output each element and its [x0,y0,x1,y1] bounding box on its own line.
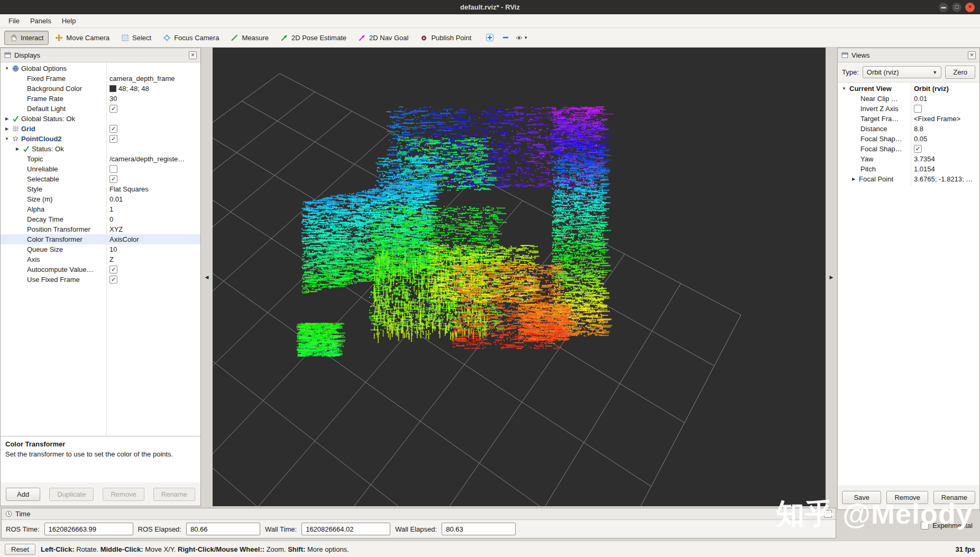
window-controls: ▬ ▢ ✕ [939,3,980,12]
view-property-row[interactable]: ▼Current ViewOrbit (rviz) [838,84,979,94]
display-property-row[interactable]: StyleFlat Squares [1,184,200,194]
zero-button[interactable]: Zero [945,66,975,79]
tool-measure[interactable]: Measure [225,31,274,45]
views-remove-button[interactable]: Remove [886,491,928,504]
tool-select[interactable]: Select [116,31,157,45]
tool-interact[interactable]: Interact [4,31,49,45]
expand-right-icon[interactable]: ▶ [850,177,857,181]
view-property-row[interactable]: Invert Z Axis [838,104,979,114]
displays-panel: Displays ✕ ▼Global OptionsFixed Framecam… [0,48,201,506]
plus-button[interactable] [483,31,497,44]
display-property-row[interactable]: Alpha1 [1,204,200,214]
checkbox[interactable] [914,105,922,113]
views-close-icon[interactable]: ✕ [968,51,976,59]
view-property-row[interactable]: Yaw3.7354 [838,154,979,164]
display-property-row[interactable]: Color TransformerAxisColor [1,234,200,244]
view-property-row[interactable]: Focal Shap…✓ [838,144,979,154]
checkbox[interactable]: ✓ [914,145,922,153]
checkbox[interactable]: ✓ [109,266,117,273]
display-property-row[interactable]: Decay Time0 [1,214,200,224]
time-field-value[interactable]: 1620826663.99 [44,523,133,535]
display-property-row[interactable]: Selectable✓ [1,174,200,184]
expand-right-icon[interactable]: ▶ [4,126,10,131]
displays-panel-title: Displays [14,51,186,59]
time-field-value[interactable]: 1620826664.02 [301,523,390,535]
display-property-row[interactable]: Background Color48; 48; 48 [1,84,200,94]
tool-focus-camera[interactable]: Focus Camera [158,31,224,45]
minimize-button[interactable]: ▬ [939,3,948,12]
display-property-row[interactable]: ▶Global Status: Ok [1,114,200,124]
view-property-row[interactable]: ▶Focal Point3.6765; -1.8213; … [838,174,979,184]
tool-publish-point[interactable]: Publish Point [415,31,477,45]
display-property-row[interactable]: Queue Size10 [1,244,200,254]
views-rename-button[interactable]: Rename [933,491,975,504]
left-splitter[interactable]: ◀ [201,48,213,506]
display-property-row[interactable]: Unreliable [1,164,200,174]
expand-down-icon[interactable]: ▼ [841,86,847,91]
property-name: Default Light [27,105,66,113]
minus-button[interactable] [499,31,512,44]
expand-right-icon[interactable]: ▶ [4,116,10,121]
checkbox[interactable]: ✓ [109,276,117,284]
status-help-label: Middle-Click: [100,545,143,553]
time-field-value[interactable]: 80.63 [442,523,516,535]
close-button[interactable]: ✕ [965,3,975,12]
menu-item-panels[interactable]: Panels [25,15,57,26]
cloud-icon [12,135,19,142]
display-property-row[interactable]: Fixed Framecamera_depth_frame [1,74,200,84]
globe-icon [12,65,19,72]
experimental-label: Experimental [932,522,973,529]
eye-button[interactable]: ▼ [515,31,528,44]
display-property-row[interactable]: Default Light✓ [1,104,200,114]
maximize-button[interactable]: ▢ [952,3,961,12]
display-property-row[interactable]: Position TransformerXYZ [1,224,200,234]
collapse-right-icon[interactable]: ▶ [830,275,834,280]
display-property-row[interactable]: Use Fixed Frame✓ [1,275,200,285]
display-property-row[interactable]: Size (m)0.01 [1,194,200,204]
checkbox[interactable]: ✓ [109,105,117,113]
checkbox[interactable]: ✓ [109,135,117,143]
display-property-row[interactable]: Frame Rate30 [1,94,200,104]
time-field-label: Wall Elapsed: [395,525,437,533]
view-property-row[interactable]: Target Fra…<Fixed Frame> [838,114,979,124]
displays-close-icon[interactable]: ✕ [189,51,197,59]
expand-right-icon[interactable]: ▶ [14,147,21,151]
display-property-row[interactable]: ▼PointCloud2✓ [1,134,200,144]
menu-item-help[interactable]: Help [57,15,81,26]
tool-2d-nav-goal[interactable]: 2D Nav Goal [353,31,414,45]
3d-viewport[interactable] [213,48,826,506]
view-property-row[interactable]: Distance8.8 [838,124,979,134]
display-property-row[interactable]: AxisZ [1,254,200,264]
titlebar[interactable]: default.rviz* - RViz ▬ ▢ ✕ [0,0,980,14]
checkbox[interactable] [109,165,117,173]
display-property-row[interactable]: Autocompute Value…✓ [1,264,200,275]
collapse-left-icon[interactable]: ◀ [205,275,209,280]
tool-label: Move Camera [66,34,109,42]
tool-2d-pose-estimate[interactable]: 2D Pose Estimate [275,31,352,45]
view-type-select[interactable]: Orbit (rviz) ▼ [863,66,941,78]
reset-button[interactable]: Reset [5,544,35,555]
expand-down-icon[interactable]: ▼ [4,136,10,141]
menu-item-file[interactable]: File [3,15,25,26]
right-splitter[interactable]: ▶ [826,48,837,506]
view-property-row[interactable]: Focal Shap…0.05 [838,134,979,144]
display-property-row[interactable]: Topic/camera/depth_registe… [1,154,200,164]
view-property-row[interactable]: Near Clip …0.01 [838,94,979,104]
display-property-row[interactable]: ▶Grid✓ [1,124,200,134]
view-property-row[interactable]: Pitch1.0154 [838,164,979,174]
render-canvas[interactable] [213,48,826,506]
display-property-row[interactable]: ▶Status: Ok [1,144,200,154]
time-field-value[interactable]: 80.66 [186,523,260,535]
status-help-label: Shift: [288,545,305,553]
expand-down-icon[interactable]: ▼ [4,66,10,71]
checkbox[interactable]: ✓ [109,175,117,183]
time-close-icon[interactable]: ✕ [824,510,832,518]
experimental-checkbox[interactable] [921,522,929,529]
property-value: Z [109,255,114,263]
checkbox[interactable]: ✓ [109,125,117,133]
views-save-button[interactable]: Save [842,491,881,504]
property-name: Global Options [21,65,67,72]
displays-add-button[interactable]: Add [6,488,40,501]
display-property-row[interactable]: ▼Global Options [1,63,200,74]
tool-move-camera[interactable]: Move Camera [50,31,115,45]
